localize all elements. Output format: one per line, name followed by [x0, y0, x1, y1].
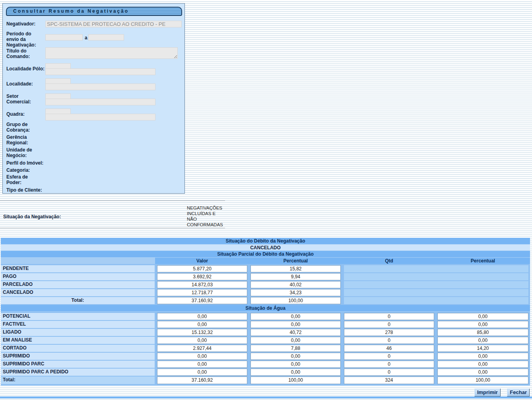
total-qtd: 324 — [344, 377, 434, 384]
row-label: CORTADO — [1, 345, 155, 352]
table-row: LIGADO 15.132,32 40,72 278 85,80 — [1, 329, 530, 336]
row-label: CANCELADO — [1, 289, 155, 296]
periodo-inicio-input[interactable] — [45, 34, 83, 41]
grupo-cobranca-label: Grupo de Cobrança: — [6, 122, 45, 133]
negativacao-table: Situação do Débito da Negativação CANCEL… — [1, 238, 530, 386]
col-header-valor: Valor — [155, 258, 249, 264]
row-percentual2: 0,00 — [437, 353, 528, 360]
table-row: PENDENTE 5.877,20 15,82 — [1, 265, 530, 272]
esfera-poder-label: Esfera de Poder: — [6, 174, 45, 185]
row-label: SUPRIMIDO PARC — [1, 361, 155, 368]
tipo-cliente-label: Tipo de Cliente: — [6, 187, 45, 193]
fechar-button[interactable]: Fechar — [507, 388, 530, 396]
row-percentual: 34,23 — [250, 289, 341, 296]
localidade-polo-label: Localidade Pólo: — [6, 66, 45, 72]
row-valor: 3.692,92 — [157, 273, 247, 280]
agua-total-row: Total: 37.160,92 100,00 324 100,00 — [1, 377, 530, 384]
row-percentual: 0,00 — [250, 353, 341, 360]
periodo-fim-input[interactable] — [88, 34, 124, 41]
row-qtd: 0 — [344, 321, 434, 328]
table-row: FACTIVEL 0,00 0,00 0 0,00 — [1, 321, 530, 328]
row-valor: 5.877,20 — [157, 265, 247, 272]
total-valor: 37.160,92 — [157, 377, 247, 384]
row-qtd: 0 — [344, 313, 434, 320]
table-status: CANCELADO — [1, 245, 530, 251]
situacao-label: Situação da Negativação: — [3, 214, 61, 219]
quadra-label: Quadra: — [6, 111, 45, 117]
row-qtd: 46 — [344, 345, 434, 352]
total-percentual: 100,00 — [250, 377, 341, 384]
col-header-percentual: Percentual — [249, 258, 342, 264]
row-percentual: 0,00 — [250, 369, 341, 376]
row-filler — [344, 297, 528, 304]
row-label: FACTIVEL — [1, 321, 155, 328]
row-valor: 14.872,03 — [157, 281, 247, 288]
table-row: CANCELADO 12.718,77 34,23 — [1, 289, 530, 296]
row-percentual2: 85,80 — [437, 329, 528, 336]
setor-comercial-descricao-input[interactable] — [45, 99, 155, 105]
page: Consultar Resumo da Negativação Negativa… — [0, 0, 532, 400]
row-filler — [344, 281, 528, 288]
agua-section-title: Situação de Água — [1, 305, 530, 312]
row-percentual2: 0,00 — [437, 337, 528, 344]
row-valor: 15.132,32 — [157, 329, 247, 336]
row-percentual2: 0,00 — [437, 313, 528, 320]
titulo-comando-textarea[interactable] — [45, 47, 178, 59]
row-percentual: 7,88 — [250, 345, 341, 352]
row-qtd: 0 — [344, 369, 434, 376]
unidade-negocio-label: Unidade de Negócio: — [6, 147, 45, 158]
row-label: PAGO — [1, 273, 155, 280]
setor-comercial-label: Setor Comercial: — [6, 93, 45, 105]
total-percentual2: 100,00 — [437, 377, 528, 384]
row-qtd: 0 — [344, 353, 434, 360]
row-percentual: 0,00 — [250, 321, 341, 328]
table-row: EM ANALISE 0,00 0,00 0 0,00 — [1, 337, 530, 344]
row-label: SUPRIMIDO — [1, 353, 155, 360]
row-percentual2: 0,00 — [437, 369, 528, 376]
row-valor: 12.718,77 — [157, 289, 247, 296]
table-row: SUPRIMIDO PARC 0,00 0,00 0 0,00 — [1, 361, 530, 368]
row-label: PARCELADO — [1, 281, 155, 288]
total-label: Total: — [1, 377, 155, 384]
row-percentual: 0,00 — [250, 313, 341, 320]
periodo-separator: a — [85, 35, 87, 41]
row-filler — [344, 289, 528, 296]
localidade-descricao-input[interactable] — [45, 83, 155, 90]
row-label: SUPRIMIDO PARC A PEDIDO — [1, 369, 155, 376]
row-label: PENDENTE — [1, 265, 155, 272]
row-percentual: 40,72 — [250, 329, 341, 336]
bottom-strip — [0, 396, 532, 398]
row-filler — [344, 273, 528, 280]
button-bar: Imprimir Fechar — [0, 388, 530, 396]
table-row: SUPRIMIDO PARC A PEDIDO 0,00 0,00 0 0,00 — [1, 369, 530, 376]
row-filler — [344, 265, 528, 272]
col-header-percentual2: Percentual — [436, 258, 530, 264]
table-row: PAGO 3.692,92 9,94 — [1, 273, 530, 280]
periodo-label: Período do envio da Negativação: — [6, 31, 45, 48]
table-partial-title: Situação Parcial do Débito da Negativaçã… — [1, 251, 530, 258]
negativador-input[interactable] — [45, 21, 182, 27]
total-valor: 37.160,92 — [157, 297, 247, 304]
row-percentual: 40,02 — [250, 281, 341, 288]
row-valor: 0,00 — [157, 369, 247, 376]
row-qtd: 0 — [344, 337, 434, 344]
table-row: CORTADO 2.927,44 7,88 46 14,20 — [1, 345, 530, 352]
gerencia-regional-label: Gerência Regional: — [6, 134, 45, 146]
row-percentual: 0,00 — [250, 361, 341, 368]
row-valor: 0,00 — [157, 361, 247, 368]
total-label: Total: — [1, 297, 155, 304]
row-qtd: 0 — [344, 361, 434, 368]
localidade-polo-descricao-input[interactable] — [45, 68, 155, 75]
total-percentual: 100,00 — [250, 297, 341, 304]
table-row: SUPRIMIDO 0,00 0,00 0 0,00 — [1, 353, 530, 360]
row-valor: 0,00 — [157, 337, 247, 344]
imprimir-button[interactable]: Imprimir — [474, 388, 501, 396]
localidade-label: Localidade: — [6, 81, 45, 87]
negativador-label: Negativador: — [6, 21, 45, 27]
row-valor: 2.927,44 — [157, 345, 247, 352]
situacao-value: NEGATIVAÇÕES INCLUÍDAS E NÃO CONFORMADAS — [187, 205, 227, 227]
column-header-row: Valor Percentual Qtd Percentual — [1, 258, 530, 264]
row-valor: 0,00 — [157, 353, 247, 360]
quadra-descricao-input[interactable] — [45, 114, 155, 120]
row-qtd: 278 — [344, 329, 434, 336]
